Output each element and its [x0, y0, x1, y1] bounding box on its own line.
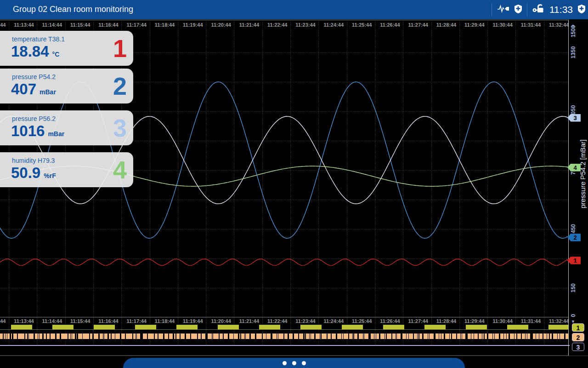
- channel-3-value: 1016: [11, 122, 45, 139]
- y-axis-tick-label: 450: [570, 224, 577, 233]
- bottom-nav-bar[interactable]: [123, 358, 465, 368]
- y-axis-tick-label: 150: [570, 283, 577, 293]
- digital-channel-2-trace: [0, 334, 570, 339]
- y-axis-tick-label: 0: [570, 314, 577, 317]
- digital-channel-2-badge: 2: [572, 333, 584, 341]
- time-label: 11:32:44: [542, 318, 568, 324]
- channel-card-2[interactable]: pressure P54.2 407mBar 2: [0, 69, 133, 104]
- channel-2-unit: mBar: [40, 88, 56, 96]
- header-status-area: 11:33: [492, 0, 585, 19]
- channel-3-unit: mBar: [48, 130, 64, 138]
- data-recorder-screen: Group 02 Clean room monitoring: [0, 0, 588, 368]
- header-separator: [492, 3, 492, 16]
- digital-channel-3-badge: 3: [572, 343, 584, 351]
- nav-dots[interactable]: [123, 358, 465, 365]
- y-axis-tick-label: 1350: [570, 46, 577, 59]
- unlocked-key-icon: [532, 4, 544, 16]
- y-axis-tick-label: 1500: [570, 25, 577, 38]
- channel-1-number: 1: [113, 36, 127, 61]
- group-title: Group 02 Clean room monitoring: [13, 5, 133, 14]
- nav-dot: [292, 361, 296, 365]
- digital-section-divider: [0, 345, 570, 346]
- digital-channel-1-baseline: [0, 329, 570, 330]
- channel-card-4[interactable]: humidity H79.3 50.9%rF 4: [0, 152, 133, 187]
- channel-4-number: 4: [113, 157, 127, 182]
- screen-bottom-divider: [0, 355, 588, 356]
- channel-1-unit: °C: [52, 51, 60, 58]
- channel-4-value: 50.9: [11, 164, 40, 181]
- channel-card-1[interactable]: temperature T38.1 18.84°C 1: [0, 31, 133, 66]
- channel-2-value: 407: [11, 80, 36, 98]
- curve-temperature-t38.1: [0, 259, 568, 265]
- recording-indicator-icon: [497, 5, 509, 15]
- header-bar[interactable]: Group 02 Clean room monitoring: [0, 0, 588, 19]
- header-separator: [527, 3, 527, 16]
- y-axis-line: [568, 20, 569, 356]
- y-axis-title: pressure P54.2 [mBar]: [579, 139, 587, 208]
- clock: 11:33: [549, 4, 573, 15]
- shield-plus-icon: [578, 5, 585, 15]
- nav-dot: [283, 361, 287, 365]
- nav-dot: [302, 361, 306, 365]
- channel-1-value: 18.84: [11, 43, 49, 60]
- channel-3-number: 3: [113, 115, 127, 140]
- channel-2-number: 2: [113, 74, 127, 98]
- digital-channel-1-badge: 1: [572, 323, 584, 332]
- channel-4-unit: %rF: [44, 172, 56, 179]
- shield-plus-icon: [514, 5, 522, 15]
- channel-card-3[interactable]: pressure P56.2 1016mBar 3: [0, 110, 133, 145]
